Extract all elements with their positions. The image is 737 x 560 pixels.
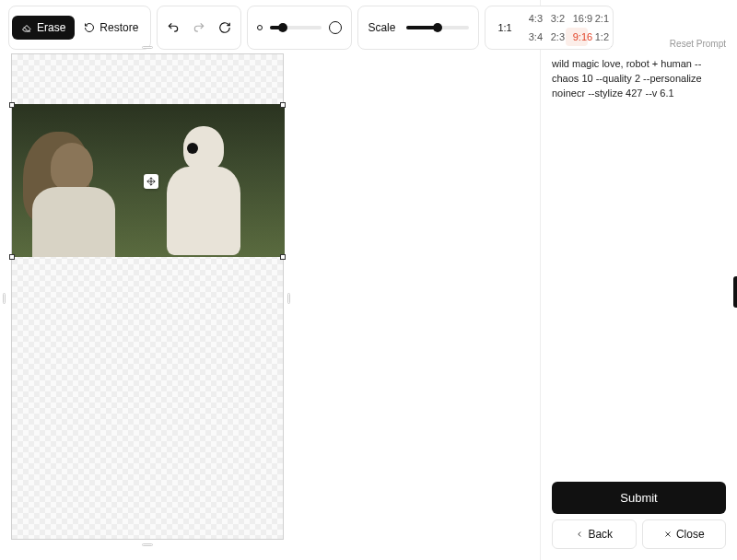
brush-size-group bbox=[247, 6, 352, 50]
side-drawer-tab[interactable] bbox=[733, 276, 737, 308]
scale-label: Scale bbox=[368, 21, 395, 34]
restore-label: Restore bbox=[99, 21, 138, 34]
move-icon bbox=[146, 177, 156, 186]
erase-restore-group: Erase Restore bbox=[8, 6, 151, 50]
scale-slider[interactable] bbox=[406, 26, 469, 29]
redo-button[interactable] bbox=[186, 15, 212, 41]
canvas-edge-right[interactable] bbox=[287, 293, 290, 304]
toolbar: Erase Restore bbox=[0, 0, 540, 55]
ratio-4-3[interactable]: 4:3 bbox=[521, 9, 544, 28]
reset-button[interactable] bbox=[212, 15, 238, 41]
close-icon bbox=[663, 530, 673, 539]
ratio-9-16[interactable]: 9:16 bbox=[566, 28, 588, 46]
history-group bbox=[157, 6, 241, 50]
ratio-grid: 4:3 3:2 16:9 2:1 3:4 2:3 9:16 1:2 bbox=[521, 9, 610, 46]
ratio-2-1[interactable]: 2:1 bbox=[588, 9, 610, 28]
prompt-panel: Edit Prompt: Reset Prompt wild magic lov… bbox=[540, 0, 737, 560]
image-human bbox=[32, 143, 115, 253]
brush-small-icon bbox=[257, 25, 263, 30]
close-label: Close bbox=[676, 528, 705, 541]
ratio-3-2[interactable]: 3:2 bbox=[544, 9, 566, 28]
aspect-ratio-group: 1:1 4:3 3:2 16:9 2:1 3:4 2:3 9:16 1:2 bbox=[485, 6, 613, 50]
ratio-3-4[interactable]: 3:4 bbox=[521, 28, 544, 46]
undo-button[interactable] bbox=[160, 15, 186, 41]
canvas-edge-top[interactable] bbox=[142, 46, 153, 49]
ratio-1-2[interactable]: 1:2 bbox=[588, 28, 610, 46]
eraser-icon bbox=[21, 22, 32, 33]
crop-handle-bottom-right[interactable] bbox=[280, 254, 286, 260]
image-robot bbox=[167, 126, 240, 255]
ratio-16-9[interactable]: 16:9 bbox=[566, 9, 588, 28]
erase-button[interactable]: Erase bbox=[12, 16, 75, 40]
close-button[interactable]: Close bbox=[642, 519, 727, 549]
chevron-left-icon bbox=[575, 530, 584, 539]
reset-prompt-link[interactable]: Reset Prompt bbox=[670, 39, 726, 49]
canvas-edge-bottom[interactable] bbox=[142, 543, 153, 546]
canvas[interactable] bbox=[11, 53, 284, 540]
brush-large-icon bbox=[329, 21, 342, 34]
back-label: Back bbox=[588, 528, 613, 541]
prompt-textarea[interactable]: wild magic love, robot + human --chaos 1… bbox=[552, 57, 726, 101]
restore-button[interactable]: Restore bbox=[75, 16, 147, 40]
scale-group: Scale bbox=[357, 6, 479, 50]
brush-size-slider[interactable] bbox=[270, 26, 322, 29]
image-robot-eye bbox=[187, 143, 198, 154]
editor-panel: Erase Restore bbox=[0, 0, 540, 560]
erase-label: Erase bbox=[37, 21, 65, 34]
crop-handle-bottom-left[interactable] bbox=[9, 254, 15, 260]
crop-handle-top-left[interactable] bbox=[9, 102, 15, 108]
restore-icon bbox=[84, 22, 95, 33]
submit-button[interactable]: Submit bbox=[552, 482, 726, 514]
footer-buttons: Back Close bbox=[552, 519, 726, 549]
back-button[interactable]: Back bbox=[552, 519, 637, 549]
move-handle[interactable] bbox=[144, 174, 158, 189]
ratio-2-3[interactable]: 2:3 bbox=[544, 28, 566, 46]
crop-handle-top-right[interactable] bbox=[280, 102, 286, 108]
canvas-edge-left[interactable] bbox=[3, 293, 6, 304]
ratio-1-1[interactable]: 1:1 bbox=[488, 15, 521, 41]
